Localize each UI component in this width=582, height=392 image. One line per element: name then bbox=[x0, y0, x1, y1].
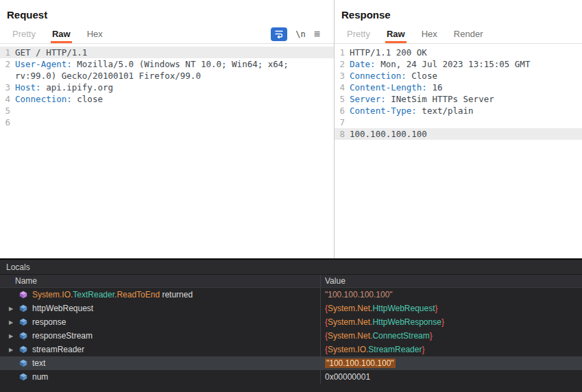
line-number: 6 bbox=[0, 117, 15, 128]
code-line: 4Content-Length: 16 bbox=[335, 82, 582, 93]
locals-row[interactable]: ▶response{System.Net.HttpWebResponse} bbox=[0, 315, 582, 329]
line-number: 4 bbox=[335, 82, 350, 93]
line-text[interactable] bbox=[350, 117, 354, 128]
line-text[interactable]: Host: api.ipify.org bbox=[15, 82, 117, 93]
tab-pretty[interactable]: Pretty bbox=[339, 25, 378, 43]
token: Host: bbox=[15, 82, 41, 93]
line-text[interactable] bbox=[15, 105, 19, 117]
variable-value[interactable]: {System.Net.HttpWebRequest} bbox=[321, 302, 582, 315]
variable-value[interactable]: 0x00000001 bbox=[321, 370, 582, 384]
request-toolbar: \n ≡ bbox=[271, 25, 330, 43]
code-line: 3Host: api.ipify.org bbox=[0, 82, 334, 93]
code-line: 2Date: Mon, 24 Jul 2023 13:15:05 GMT bbox=[335, 58, 582, 70]
line-text[interactable]: HTTP/1.1 200 OK bbox=[350, 47, 431, 58]
line-number: 7 bbox=[335, 117, 350, 128]
locals-row[interactable]: ▶httpWebRequest{System.Net.HttpWebReques… bbox=[0, 302, 582, 315]
variable-value-text: {System.Net.HttpWebResponse} bbox=[325, 317, 444, 327]
code-line: 3Connection: Close bbox=[335, 70, 582, 82]
token: HttpWebResponse bbox=[372, 317, 441, 327]
token: 16 bbox=[427, 82, 443, 93]
line-text[interactable]: User-Agent: Mozilla/5.0 (Windows NT 10.0… bbox=[15, 58, 293, 70]
token: } bbox=[441, 317, 444, 327]
variable-name-cell: ▶responseStream bbox=[0, 329, 321, 343]
locals-rows: System.IO.TextReader.ReadToEnd returned"… bbox=[0, 288, 582, 384]
code-line: 1GET / HTTP/1.1 bbox=[0, 47, 334, 58]
response-editor[interactable]: 1HTTP/1.1 200 OK2Date: Mon, 24 Jul 2023 … bbox=[335, 44, 582, 258]
token: } bbox=[435, 304, 438, 313]
variable-value[interactable]: "100.100.100.100" bbox=[321, 288, 582, 302]
tab-pretty[interactable]: Pretty bbox=[4, 25, 44, 43]
locals-row[interactable]: System.IO.TextReader.ReadToEnd returned"… bbox=[0, 288, 582, 302]
token: System.IO. bbox=[328, 345, 368, 354]
token: httpWebRequest bbox=[32, 304, 93, 313]
token: Content-Length: bbox=[350, 82, 427, 93]
line-number: 1 bbox=[0, 47, 15, 58]
request-tabbar: PrettyRawHex \n ≡ bbox=[0, 25, 334, 44]
wrap-toggle-icon[interactable] bbox=[271, 27, 287, 41]
line-text[interactable] bbox=[15, 117, 19, 128]
variable-name-cell: num bbox=[0, 370, 321, 384]
local-variable-icon bbox=[18, 304, 29, 313]
token: text/plain bbox=[417, 106, 474, 116]
local-variable-icon bbox=[18, 318, 29, 326]
line-number: 4 bbox=[0, 93, 15, 105]
line-text[interactable]: Date: Mon, 24 Jul 2023 13:15:05 GMT bbox=[350, 58, 534, 70]
token: responseStream bbox=[32, 331, 93, 341]
tab-raw[interactable]: Raw bbox=[378, 25, 413, 43]
expander-icon[interactable]: ▶ bbox=[4, 333, 18, 339]
tab-hex[interactable]: Hex bbox=[79, 25, 111, 43]
line-text[interactable]: Content-Length: 16 bbox=[350, 82, 446, 93]
line-text[interactable]: Connection: close bbox=[15, 93, 107, 105]
token: rv:99.0) Gecko/20100101 Firefox/99.0 bbox=[15, 71, 201, 81]
line-text[interactable]: Server: INetSim HTTPs Server bbox=[350, 93, 498, 105]
menu-icon[interactable]: ≡ bbox=[314, 29, 320, 40]
variable-value[interactable]: {System.Net.ConnectStream} bbox=[321, 329, 582, 343]
expander-icon[interactable]: ▶ bbox=[4, 347, 18, 353]
response-tabbar: PrettyRawHexRender bbox=[335, 25, 582, 44]
variable-name-cell: ▶httpWebRequest bbox=[0, 302, 321, 315]
variable-value[interactable]: {System.Net.HttpWebResponse} bbox=[321, 315, 582, 329]
expander-icon[interactable]: ▶ bbox=[4, 306, 18, 312]
locals-row[interactable]: text"100.100.100.100" bbox=[0, 356, 582, 370]
token: INetSim HTTPs Server bbox=[386, 94, 494, 104]
line-number: 6 bbox=[335, 105, 350, 117]
tab-hex[interactable]: Hex bbox=[413, 25, 446, 43]
token: Connection: bbox=[15, 94, 72, 104]
returned-value-icon bbox=[18, 291, 29, 299]
token: System.Net. bbox=[328, 317, 372, 327]
request-editor[interactable]: 1GET / HTTP/1.12User-Agent: Mozilla/5.0 … bbox=[0, 44, 334, 258]
value-column-header: Value bbox=[321, 275, 582, 287]
response-panel: Response PrettyRawHexRender 1HTTP/1.1 20… bbox=[335, 0, 582, 258]
locals-row[interactable]: ▶responseStream{System.Net.ConnectStream… bbox=[0, 329, 582, 343]
token: api.ipify.org bbox=[41, 82, 113, 93]
line-text[interactable]: GET / HTTP/1.1 bbox=[15, 47, 91, 58]
token: response bbox=[32, 317, 66, 327]
token: } bbox=[430, 331, 433, 341]
code-line: 5 bbox=[0, 105, 334, 117]
variable-name-cell: ▶response bbox=[0, 315, 321, 329]
token: "100.100.100.100" bbox=[325, 290, 393, 299]
token: System.Net. bbox=[328, 331, 372, 341]
request-panel: Request PrettyRawHex \n ≡ 1GET / HTTP/1.… bbox=[0, 0, 335, 258]
line-text[interactable]: 100.100.100.100 bbox=[350, 128, 431, 140]
variable-value[interactable]: {System.IO.StreamReader} bbox=[321, 343, 582, 356]
locals-row[interactable]: ▶streamReader{System.IO.StreamReader} bbox=[0, 343, 582, 356]
expander-icon[interactable]: ▶ bbox=[4, 319, 18, 326]
line-text[interactable]: rv:99.0) Gecko/20100101 Firefox/99.0 bbox=[15, 70, 205, 82]
token: Content-Type: bbox=[350, 106, 417, 116]
tab-render[interactable]: Render bbox=[446, 25, 492, 43]
code-line: 8100.100.100.100 bbox=[335, 128, 582, 140]
variable-value[interactable]: "100.100.100.100" bbox=[321, 356, 582, 370]
variable-name: num bbox=[32, 372, 48, 382]
tab-raw[interactable]: Raw bbox=[44, 25, 79, 43]
line-text[interactable]: Connection: Close bbox=[350, 70, 441, 82]
line-text[interactable]: Content-Type: text/plain bbox=[350, 105, 478, 117]
code-line: 6Content-Type: text/plain bbox=[335, 105, 582, 117]
line-number: 2 bbox=[0, 58, 15, 70]
locals-row[interactable]: num0x00000001 bbox=[0, 370, 582, 384]
code-line: 6 bbox=[0, 117, 334, 128]
token: Server: bbox=[350, 94, 386, 104]
locals-column-headers: Name Value bbox=[0, 275, 582, 288]
newline-toggle-icon[interactable]: \n bbox=[295, 29, 305, 39]
variable-name-cell: ▶streamReader bbox=[0, 343, 321, 356]
